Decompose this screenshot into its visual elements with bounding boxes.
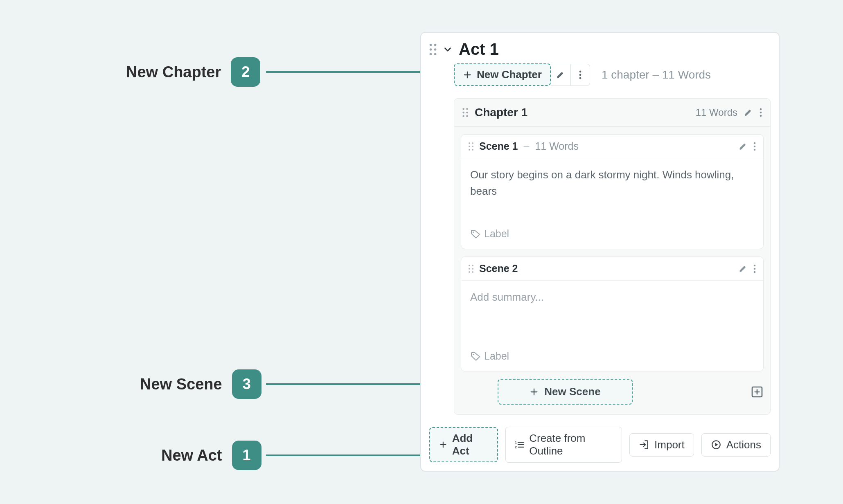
plus-icon <box>530 387 539 396</box>
story-structure-panel: Act 1 New Chapter 1 chapter – 11 Words C… <box>420 32 780 472</box>
callout-new-scene: New Scene 3 <box>140 369 261 399</box>
svg-point-5 <box>434 53 437 55</box>
plus-icon <box>463 70 472 79</box>
callout-number-badge: 2 <box>231 57 260 87</box>
act-stats: 1 chapter – 11 Words <box>602 68 711 81</box>
svg-point-32 <box>469 271 470 273</box>
outline-list-icon: 1 2 <box>515 439 524 450</box>
add-act-button[interactable]: Add Act <box>429 427 498 462</box>
scene-more-menu[interactable] <box>753 264 756 273</box>
new-scene-row: New Scene <box>461 379 764 405</box>
edit-scene-button[interactable] <box>739 142 748 151</box>
drag-handle-icon[interactable] <box>469 265 473 273</box>
svg-point-20 <box>469 146 470 147</box>
callout-label: New Chapter <box>126 63 221 81</box>
new-chapter-group: New Chapter <box>454 63 590 86</box>
tag-icon <box>470 351 480 361</box>
act-title: Act 1 <box>459 40 499 59</box>
scene-summary[interactable]: Our story begins on a dark stormy night.… <box>461 158 763 224</box>
new-scene-button[interactable]: New Scene <box>498 379 633 405</box>
svg-point-36 <box>754 271 756 273</box>
svg-point-12 <box>466 112 468 113</box>
add-act-label: Add Act <box>452 432 488 457</box>
footer-action-bar: Add Act 1 2 Create from Outline Import <box>429 427 771 463</box>
svg-point-26 <box>754 148 756 151</box>
scene-word-count: 11 Words <box>535 140 579 152</box>
chapter-title: Chapter 1 <box>475 106 689 119</box>
svg-point-30 <box>469 268 470 270</box>
new-chapter-label: New Chapter <box>477 68 542 81</box>
svg-point-19 <box>472 142 473 144</box>
svg-point-9 <box>462 108 464 110</box>
tag-icon <box>470 229 480 239</box>
edit-chapter-button[interactable] <box>744 108 753 117</box>
svg-point-15 <box>760 108 762 110</box>
scene-label-text: Label <box>484 228 509 240</box>
import-button[interactable]: Import <box>629 433 694 457</box>
svg-point-27 <box>473 232 474 233</box>
scene-header: Scene 2 <box>461 257 763 281</box>
chevron-down-icon[interactable] <box>442 44 453 55</box>
svg-point-34 <box>754 264 756 266</box>
svg-point-31 <box>472 268 473 270</box>
scene-more-menu[interactable] <box>753 142 756 151</box>
callout-label: New Act <box>161 447 222 464</box>
svg-point-3 <box>434 48 437 51</box>
callout-new-chapter: New Chapter 2 <box>126 57 260 87</box>
drag-handle-icon[interactable] <box>462 108 468 117</box>
act-more-menu[interactable] <box>570 64 590 86</box>
plus-icon <box>439 440 447 449</box>
actions-button[interactable]: Actions <box>701 433 771 457</box>
edit-act-button[interactable] <box>551 64 570 86</box>
chapter-header: Chapter 1 11 Words <box>454 99 770 127</box>
scene-sep: – <box>524 140 530 152</box>
scene-card: Scene 2 Add summary... Label <box>461 256 764 371</box>
drag-handle-icon[interactable] <box>469 142 473 151</box>
scene-title: Scene 2 <box>479 263 518 274</box>
svg-point-2 <box>430 48 432 51</box>
svg-point-1 <box>434 44 437 46</box>
add-card-button[interactable] <box>751 385 764 398</box>
scene-title: Scene 1 <box>479 140 518 152</box>
import-icon <box>639 439 649 450</box>
scene-label-row[interactable]: Label <box>461 346 763 371</box>
chapter-more-menu[interactable] <box>760 108 762 117</box>
svg-text:1: 1 <box>515 440 517 444</box>
play-circle-icon <box>711 439 721 450</box>
edit-scene-button[interactable] <box>739 264 748 273</box>
svg-point-29 <box>472 265 473 266</box>
svg-point-8 <box>579 77 582 79</box>
svg-point-14 <box>466 115 468 117</box>
new-chapter-button[interactable]: New Chapter <box>454 63 551 86</box>
svg-point-4 <box>430 53 432 55</box>
scene-header: Scene 1 – 11 Words <box>461 135 763 158</box>
callout-number-badge: 1 <box>232 441 261 470</box>
svg-point-17 <box>760 115 762 117</box>
svg-text:2: 2 <box>515 445 517 449</box>
create-from-outline-button[interactable]: 1 2 Create from Outline <box>505 427 622 463</box>
svg-point-35 <box>754 268 756 270</box>
act-header: Act 1 <box>429 40 771 59</box>
svg-point-11 <box>462 112 464 113</box>
drag-handle-icon[interactable] <box>429 44 437 55</box>
svg-point-18 <box>469 142 470 144</box>
import-label: Import <box>654 439 685 451</box>
svg-point-24 <box>754 142 756 144</box>
create-from-outline-label: Create from Outline <box>529 432 613 457</box>
svg-point-33 <box>472 271 473 273</box>
connector-line <box>266 454 426 456</box>
svg-point-0 <box>430 44 432 46</box>
callout-new-act: New Act 1 <box>161 441 261 470</box>
chapter-card: Chapter 1 11 Words Scene 1 – 11 Words <box>454 98 771 415</box>
scene-label-row[interactable]: Label <box>461 224 763 249</box>
scene-summary-placeholder[interactable]: Add summary... <box>461 281 763 346</box>
actions-label: Actions <box>726 439 761 451</box>
svg-point-21 <box>472 146 473 147</box>
callout-label: New Scene <box>140 376 222 393</box>
act-meta-row: New Chapter 1 chapter – 11 Words <box>454 63 771 86</box>
svg-point-25 <box>754 145 756 147</box>
svg-point-7 <box>579 74 582 76</box>
new-scene-label: New Scene <box>544 385 600 398</box>
svg-point-37 <box>473 354 474 355</box>
chapter-word-count: 11 Words <box>696 107 737 118</box>
